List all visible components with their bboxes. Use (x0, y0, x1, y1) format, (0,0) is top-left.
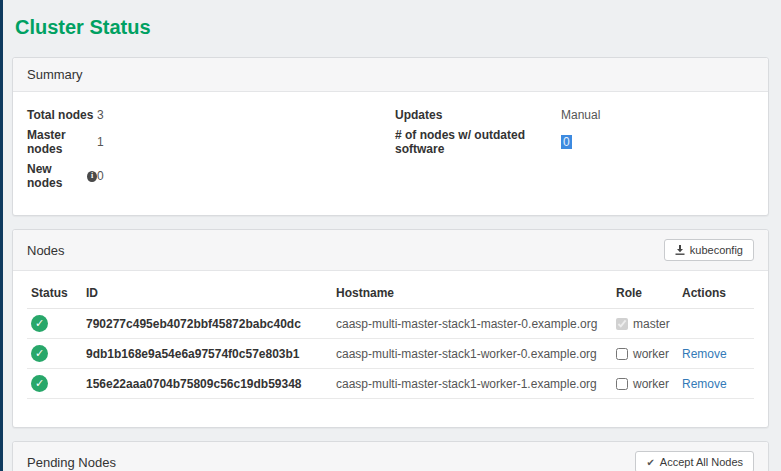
node-hostname: caasp-multi-master-stack1-worker-1.examp… (332, 369, 612, 399)
node-id: 156e22aaa0704b75809c56c19db59348 (82, 369, 332, 399)
nodes-panel-header: Nodes kubeconfig (13, 230, 768, 271)
worker-role-checkbox[interactable] (616, 378, 628, 390)
role-cell: master (616, 317, 674, 331)
summary-row-outdated: # of nodes w/ outdated software 0 (395, 128, 754, 156)
actions-cell: Remove (678, 339, 754, 369)
check-icon: ✔ (646, 457, 654, 468)
nodes-table-header-row: Status ID Hostname Role Actions (27, 277, 754, 309)
pending-nodes-panel-title: Pending Nodes (27, 455, 116, 470)
check-circle-icon: ✓ (31, 375, 48, 392)
column-header-actions: Actions (678, 277, 754, 309)
cluster-status-page: Cluster Status Summary Total nodes 3 Mas… (3, 0, 781, 471)
column-header-status: Status (27, 277, 82, 309)
role-cell: worker (616, 377, 674, 391)
outdated-software-value: 0 (561, 135, 572, 149)
table-row: ✓ 156e22aaa0704b75809c56c19db59348 caasp… (27, 369, 754, 399)
updates-label: Updates (395, 108, 561, 122)
actions-cell: Remove (678, 369, 754, 399)
download-icon (675, 245, 685, 255)
pending-nodes-panel: Pending Nodes ✔ Accept All Nodes You cur… (12, 441, 769, 471)
check-circle-icon: ✓ (31, 345, 48, 362)
nodes-panel: Nodes kubeconfig Status ID Hostname Role… (12, 229, 769, 428)
node-hostname: caasp-multi-master-stack1-master-0.examp… (332, 309, 612, 339)
master-role-checkbox[interactable] (616, 318, 628, 330)
kubeconfig-button[interactable]: kubeconfig (664, 239, 754, 261)
accept-all-nodes-button-label: Accept All Nodes (660, 456, 743, 468)
outdated-software-label: # of nodes w/ outdated software (395, 128, 561, 156)
summary-panel-header: Summary (13, 58, 768, 92)
summary-panel-body: Total nodes 3 Master nodes 1 New nodes i… (13, 92, 768, 215)
check-circle-icon: ✓ (31, 315, 48, 332)
summary-row-master-nodes: Master nodes 1 (27, 128, 395, 156)
master-nodes-label: Master nodes (27, 128, 97, 156)
role-label: master (633, 317, 670, 331)
column-header-role: Role (612, 277, 678, 309)
node-id: 790277c495eb4072bbf45872babc40dc (82, 309, 332, 339)
new-nodes-label-text: New nodes (27, 162, 83, 190)
summary-panel-title: Summary (27, 67, 83, 82)
accept-all-nodes-button[interactable]: ✔ Accept All Nodes (635, 451, 754, 471)
summary-row-total-nodes: Total nodes 3 (27, 108, 395, 122)
info-circle-icon[interactable]: i (87, 171, 97, 182)
worker-role-checkbox[interactable] (616, 348, 628, 360)
nodes-panel-title: Nodes (27, 243, 65, 258)
remove-node-link[interactable]: Remove (682, 347, 727, 361)
updates-value: Manual (561, 108, 600, 122)
summary-panel: Summary Total nodes 3 Master nodes 1 New… (12, 57, 769, 216)
page-title: Cluster Status (12, 0, 769, 57)
summary-row-updates: Updates Manual (395, 108, 754, 122)
table-row: ✓ 9db1b168e9a54e6a97574f0c57e803b1 caasp… (27, 339, 754, 369)
total-nodes-value: 3 (97, 108, 104, 122)
role-cell: worker (616, 347, 674, 361)
summary-grid: Total nodes 3 Master nodes 1 New nodes i… (27, 105, 754, 202)
new-nodes-value: 0 (97, 169, 104, 183)
nodes-panel-body: Status ID Hostname Role Actions ✓ 790277… (13, 271, 768, 427)
total-nodes-label: Total nodes (27, 108, 97, 122)
actions-cell (678, 309, 754, 339)
role-label: worker (633, 377, 669, 391)
summary-right-column: Updates Manual # of nodes w/ outdated so… (395, 108, 754, 196)
new-nodes-label: New nodes i (27, 162, 97, 190)
summary-left-column: Total nodes 3 Master nodes 1 New nodes i… (27, 108, 395, 196)
node-id: 9db1b168e9a54e6a97574f0c57e803b1 (82, 339, 332, 369)
node-hostname: caasp-multi-master-stack1-worker-0.examp… (332, 339, 612, 369)
role-label: worker (633, 347, 669, 361)
master-nodes-value: 1 (97, 135, 104, 149)
remove-node-link[interactable]: Remove (682, 377, 727, 391)
pending-nodes-panel-header: Pending Nodes ✔ Accept All Nodes (13, 442, 768, 471)
nodes-table: Status ID Hostname Role Actions ✓ 790277… (27, 277, 754, 399)
summary-row-new-nodes: New nodes i 0 (27, 162, 395, 190)
column-header-id: ID (82, 277, 332, 309)
kubeconfig-button-label: kubeconfig (690, 244, 743, 256)
table-row: ✓ 790277c495eb4072bbf45872babc40dc caasp… (27, 309, 754, 339)
column-header-hostname: Hostname (332, 277, 612, 309)
